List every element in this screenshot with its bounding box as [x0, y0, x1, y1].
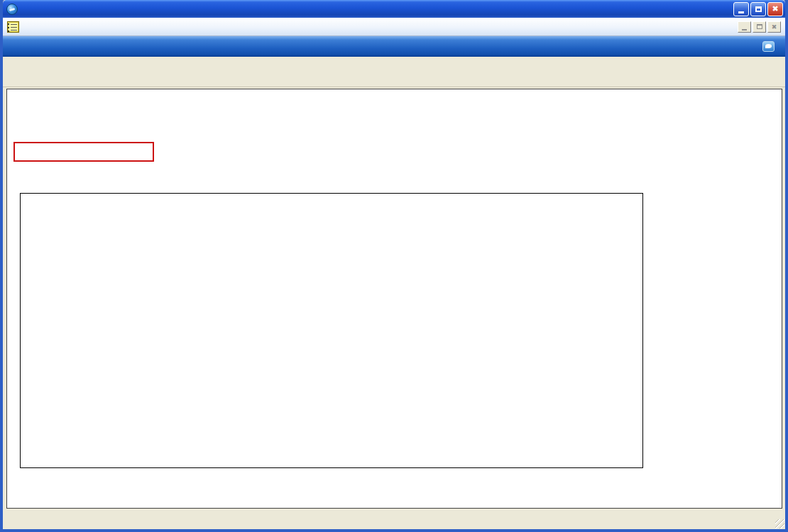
title-bar: ✖: [3, 0, 785, 18]
mdi-minimize-icon: [742, 29, 747, 31]
minimize-icon: [738, 11, 744, 13]
menu-bar-right: [759, 41, 778, 52]
resize-grip[interactable]: [775, 519, 784, 528]
window-controls: ✖: [733, 2, 783, 16]
app-logo-icon: [6, 4, 18, 15]
maximize-button[interactable]: [750, 2, 766, 16]
close-button[interactable]: ✖: [767, 2, 783, 16]
maximize-icon: [755, 6, 762, 12]
status-bar: [3, 512, 785, 529]
document-icon[interactable]: [7, 21, 19, 33]
voucher-document: [6, 89, 782, 509]
mdi-client-area: [3, 87, 785, 510]
mdi-close-button[interactable]: ✖: [767, 21, 781, 33]
mdi-restore-button[interactable]: [753, 21, 766, 33]
items-grid: [20, 193, 643, 468]
highlight-box: [13, 142, 154, 162]
menu-bar: [3, 36, 785, 57]
mdi-child-bar: ✖: [3, 18, 785, 36]
mdi-restore-icon: [757, 24, 762, 29]
minimize-button[interactable]: [733, 2, 749, 16]
toolbar: [3, 57, 785, 87]
app-window: ✖ ✖: [0, 0, 788, 532]
chat-bubble-icon[interactable]: [762, 41, 775, 52]
mdi-window-controls: ✖: [738, 21, 781, 33]
mdi-minimize-button[interactable]: [738, 21, 751, 33]
